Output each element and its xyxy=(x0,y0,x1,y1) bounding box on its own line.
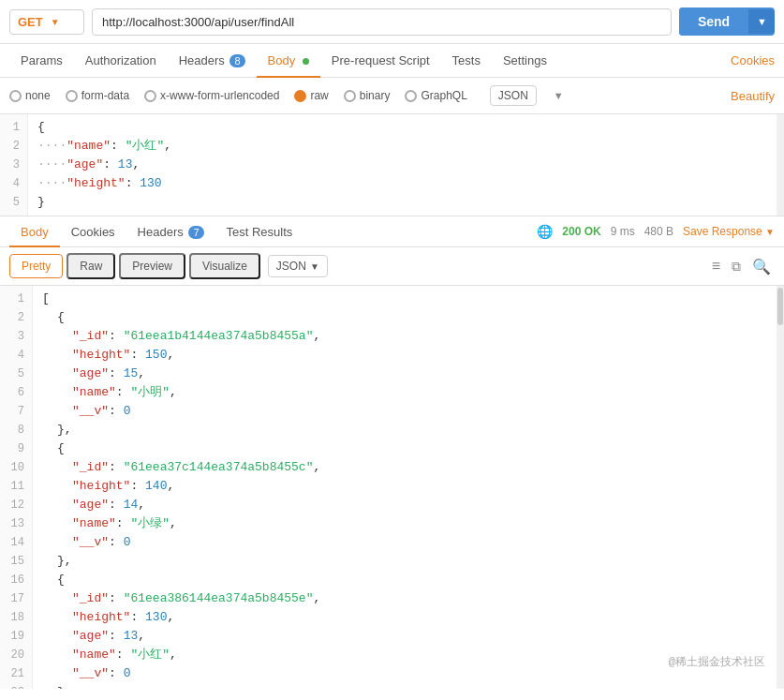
radio-formdata[interactable]: form-data xyxy=(66,89,129,102)
resp-line-8: }, xyxy=(42,421,775,439)
response-tabs: Body Cookies Headers 7 Test Results 🌐 20… xyxy=(0,216,784,247)
response-line-numbers: 1 2 3 4 5 6 7 8 9 10 11 12 13 14 15 16 1… xyxy=(0,286,33,689)
resp-line-1: [ xyxy=(42,290,775,308)
radio-binary[interactable]: binary xyxy=(344,89,391,102)
radio-circle-raw xyxy=(294,90,306,102)
tab-body[interactable]: Body xyxy=(257,44,320,77)
resp-tab-test-results[interactable]: Test Results xyxy=(215,217,304,246)
response-format-bar: Pretty Raw Preview Visualize JSON ▼ ≡ ⧉ … xyxy=(0,247,784,286)
tab-authorization[interactable]: Authorization xyxy=(74,44,168,77)
resp-line-5: "age": 15, xyxy=(42,365,775,383)
radio-circle-graphql xyxy=(405,90,417,102)
resp-line-10: "_id": "61eea37c144ea374a5b8455c", xyxy=(42,458,775,477)
resp-tab-headers[interactable]: Headers 7 xyxy=(126,217,215,246)
cookies-link[interactable]: Cookies xyxy=(731,44,775,77)
beautify-button[interactable]: Beautify xyxy=(731,89,775,103)
body-label: Body xyxy=(268,53,296,67)
resp-line-3: "_id": "61eea1b4144ea374a5b8455a", xyxy=(42,327,775,346)
radio-urlencoded[interactable]: x-www-form-urlencoded xyxy=(144,89,279,102)
globe-icon: 🌐 xyxy=(537,224,553,239)
resp-line-16: { xyxy=(42,571,775,589)
format-visualize[interactable]: Visualize xyxy=(189,253,260,279)
save-response-button[interactable]: Save Response ▼ xyxy=(683,225,775,238)
req-line-1: { xyxy=(37,118,767,137)
send-button[interactable]: Send xyxy=(679,7,748,36)
method-chevron: ▼ xyxy=(51,17,60,27)
resp-tab-cookies[interactable]: Cookies xyxy=(60,217,126,246)
radio-label-graphql: GraphQL xyxy=(421,89,466,102)
resp-line-7: "__v": 0 xyxy=(42,402,775,421)
resp-headers-badge: 7 xyxy=(188,226,203,239)
radio-label-none: none xyxy=(25,89,51,102)
tab-settings[interactable]: Settings xyxy=(492,44,558,77)
radio-circle-none xyxy=(9,90,22,102)
response-meta: 🌐 200 OK 9 ms 480 B Save Response ▼ xyxy=(537,216,775,246)
req-line-2: ····"name": "小红", xyxy=(37,137,767,156)
resp-line-12: "age": 14, xyxy=(42,496,775,514)
format-preview[interactable]: Preview xyxy=(119,253,185,279)
response-size: 480 B xyxy=(644,225,673,238)
resp-line-17: "_id": "61eea386144ea374a5b8455e", xyxy=(42,589,775,608)
copy-icon[interactable]: ⧉ xyxy=(728,255,745,278)
body-type-bar: none form-data x-www-form-urlencoded raw… xyxy=(0,78,784,114)
send-dropdown-button[interactable]: ▼ xyxy=(748,9,775,34)
resp-line-21: "__v": 0 xyxy=(42,664,775,683)
scrollbar-thumb xyxy=(777,288,783,325)
url-input[interactable] xyxy=(92,8,672,36)
radio-none[interactable]: none xyxy=(9,89,51,102)
response-format-select[interactable]: JSON ▼ xyxy=(268,255,328,277)
tab-headers[interactable]: Headers 8 xyxy=(168,44,257,77)
radio-label-urlencoded: x-www-form-urlencoded xyxy=(160,89,279,102)
resp-line-6: "name": "小明", xyxy=(42,383,775,402)
format-type-chevron: ▼ xyxy=(310,261,319,272)
resp-line-9: { xyxy=(42,439,775,458)
radio-circle-binary xyxy=(344,90,356,102)
response-body-content: [ { "_id": "61eea1b4144ea374a5b8455a", "… xyxy=(33,286,784,689)
resp-line-19: "age": 13, xyxy=(42,627,775,646)
radio-label-formdata: form-data xyxy=(81,89,129,102)
headers-badge: 8 xyxy=(229,54,244,67)
req-line-5: } xyxy=(37,193,767,212)
tab-params[interactable]: Params xyxy=(9,44,74,77)
response-time: 9 ms xyxy=(611,225,635,238)
headers-label: Headers xyxy=(179,53,225,67)
format-pretty[interactable]: Pretty xyxy=(9,254,63,278)
resp-headers-label: Headers xyxy=(138,225,184,239)
resp-tab-body[interactable]: Body xyxy=(9,217,60,246)
tab-tests[interactable]: Tests xyxy=(441,44,492,77)
req-line-3: ····"age": 13, xyxy=(37,156,767,174)
radio-graphql[interactable]: GraphQL xyxy=(405,89,466,102)
save-response-label: Save Response xyxy=(683,225,762,238)
format-chevron[interactable]: ▼ xyxy=(554,90,564,101)
resp-line-13: "name": "小绿", xyxy=(42,514,775,533)
request-body-content[interactable]: { ····"name": "小红", ····"age": 13, ····"… xyxy=(28,114,777,216)
filter-icon[interactable]: ≡ xyxy=(708,254,724,278)
radio-label-raw: raw xyxy=(310,89,328,102)
resp-line-18: "height": 130, xyxy=(42,608,775,627)
tab-prerequest[interactable]: Pre-request Script xyxy=(320,44,441,77)
req-line-4: ····"height": 130 xyxy=(37,174,767,193)
send-btn-group: Send ▼ xyxy=(679,7,775,36)
resp-line-15: }, xyxy=(42,552,775,571)
resp-line-11: "height": 140, xyxy=(42,477,775,496)
response-body-area: 1 2 3 4 5 6 7 8 9 10 11 12 13 14 15 16 1… xyxy=(0,286,784,689)
top-bar: GET ▼ Send ▼ xyxy=(0,0,784,44)
radio-raw[interactable]: raw xyxy=(294,89,328,102)
resp-line-20: "name": "小红", xyxy=(42,646,775,664)
request-line-numbers: 1 2 3 4 5 xyxy=(0,114,28,216)
radio-circle-urlencoded xyxy=(144,90,156,102)
response-format-type: JSON xyxy=(276,260,306,273)
method-select[interactable]: GET ▼ xyxy=(9,9,84,35)
watermark: @稀土掘金技术社区 xyxy=(669,654,765,670)
request-scrollbar[interactable] xyxy=(777,114,784,216)
resp-line-4: "height": 150, xyxy=(42,346,775,365)
request-nav-tabs: Params Authorization Headers 8 Body Pre-… xyxy=(0,44,784,78)
radio-label-binary: binary xyxy=(360,89,391,102)
body-format-select[interactable]: JSON xyxy=(490,85,537,106)
status-badge: 200 OK xyxy=(562,225,600,238)
resp-line-2: { xyxy=(42,308,775,327)
format-raw[interactable]: Raw xyxy=(67,253,115,279)
response-scrollbar[interactable] xyxy=(777,286,784,689)
search-icon[interactable]: 🔍 xyxy=(748,254,775,279)
method-value: GET xyxy=(18,15,43,29)
